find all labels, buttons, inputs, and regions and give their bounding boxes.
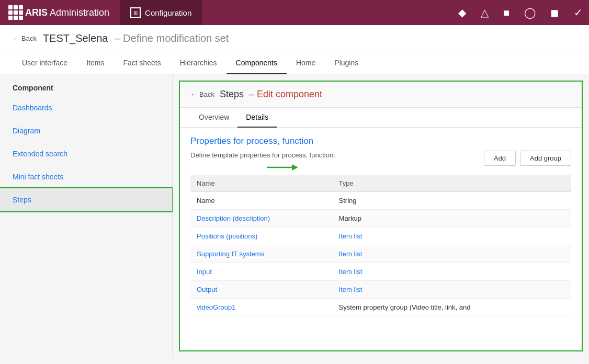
table-row: Output Item list: [190, 281, 571, 299]
col-header-name: Name: [190, 175, 333, 192]
check-circle-icon[interactable]: ✓: [574, 6, 583, 19]
page-title-main: TEST_Selena: [43, 32, 108, 44]
col-header-type: Type: [333, 175, 571, 192]
tab-user-interface[interactable]: User interface: [13, 52, 77, 74]
edit-tab-overview[interactable]: Overview: [190, 108, 237, 128]
row-name[interactable]: Name: [190, 192, 333, 210]
top-bar-icons: ◆ △ ■ ◯ ◼ ✓: [458, 6, 583, 19]
row-name[interactable]: Output: [190, 281, 333, 299]
sidebar-item-mini-fact-sheets[interactable]: Mini fact sheets: [0, 165, 172, 188]
users-icon[interactable]: △: [481, 6, 489, 19]
grid2-icon[interactable]: ◼: [550, 6, 559, 19]
row-name[interactable]: Positions (positions): [190, 228, 333, 245]
tab-items[interactable]: Items: [77, 52, 114, 74]
properties-row-header: Define template properties for process, …: [190, 151, 571, 166]
row-name[interactable]: Description (description): [190, 210, 333, 228]
row-name[interactable]: videoGroup1: [190, 299, 333, 316]
table-row: videoGroup1 System property group (Video…: [190, 299, 571, 316]
tabs-row: User interface Items Fact sheets Hierarc…: [0, 52, 589, 74]
sidebar-item-diagram[interactable]: Diagram: [0, 119, 172, 142]
add-button[interactable]: Add: [484, 151, 516, 166]
properties-title: Properties for process, function: [190, 136, 571, 146]
back-arrow-icon: ←: [13, 35, 19, 42]
table-row: Name String: [190, 192, 571, 210]
row-name[interactable]: Supporting IT systems: [190, 245, 333, 263]
properties-desc: Define template properties for process, …: [190, 151, 335, 159]
document-icon[interactable]: ■: [503, 7, 509, 19]
tab-plugins[interactable]: Plugins: [325, 52, 368, 74]
edit-back-button[interactable]: ← Back: [190, 90, 214, 98]
page-header: ← Back TEST_Selena – Define modification…: [0, 25, 589, 52]
row-type: String: [333, 192, 571, 210]
table-wrapper: Name Type Name String Description (descr…: [180, 175, 582, 350]
properties-buttons: Add Add group: [484, 151, 571, 166]
config-icon: ⊞: [130, 7, 141, 18]
layers-icon[interactable]: ◯: [524, 6, 536, 19]
add-group-button[interactable]: Add group: [520, 151, 571, 166]
nav-configuration[interactable]: ⊞ Configuration: [120, 0, 202, 25]
right-panel: ← Back Steps – Edit component Overview D…: [173, 74, 589, 358]
tab-components[interactable]: Components: [226, 52, 287, 74]
edit-panel: ← Back Steps – Edit component Overview D…: [179, 81, 583, 351]
table-row: Supporting IT systems Item list: [190, 245, 571, 263]
edit-panel-tabs: Overview Details: [180, 108, 582, 128]
edit-tab-details[interactable]: Details: [237, 108, 277, 128]
back-button[interactable]: ← Back: [13, 35, 37, 42]
edit-panel-header: ← Back Steps – Edit component: [180, 82, 582, 108]
row-type: Markup: [333, 210, 571, 228]
sidebar-header: Component: [0, 78, 172, 96]
tab-home[interactable]: Home: [287, 52, 325, 74]
sidebar: Component Dashboards Diagram Extended se…: [0, 74, 173, 358]
table-row: Description (description) Markup: [190, 210, 571, 228]
row-type: Item list: [333, 263, 571, 281]
table-row: Positions (positions) Item list: [190, 228, 571, 245]
tab-fact-sheets[interactable]: Fact sheets: [114, 52, 170, 74]
edit-title-sub: – Edit component: [249, 89, 322, 100]
sidebar-item-steps[interactable]: Steps: [0, 188, 172, 211]
globe-icon[interactable]: ◆: [458, 6, 466, 19]
sidebar-item-dashboards[interactable]: Dashboards: [0, 96, 172, 119]
row-type: System property group (Video title, link…: [333, 299, 571, 316]
main-area: Component Dashboards Diagram Extended se…: [0, 74, 589, 358]
apps-icon[interactable]: [6, 3, 25, 22]
row-type: Item list: [333, 228, 571, 245]
table-row: Input Item list: [190, 263, 571, 281]
properties-section: Properties for process, function Define …: [180, 128, 582, 175]
row-type: Item list: [333, 281, 571, 299]
row-name[interactable]: Input: [190, 263, 333, 281]
app-title: ARIS Administration: [25, 7, 109, 18]
row-type: Item list: [333, 245, 571, 263]
edit-title-steps: Steps: [220, 89, 244, 100]
edit-back-arrow-icon: ←: [190, 90, 197, 98]
table-scroll[interactable]: Name Type Name String Description (descr…: [190, 175, 571, 350]
tab-hierarchies[interactable]: Hierarchies: [171, 52, 226, 74]
top-bar: ARIS Administration ⊞ Configuration ◆ △ …: [0, 0, 589, 25]
sidebar-item-extended-search[interactable]: Extended search: [0, 142, 172, 165]
page-title-sub: – Define modification set: [114, 32, 229, 44]
properties-table: Name Type Name String Description (descr…: [190, 175, 571, 316]
